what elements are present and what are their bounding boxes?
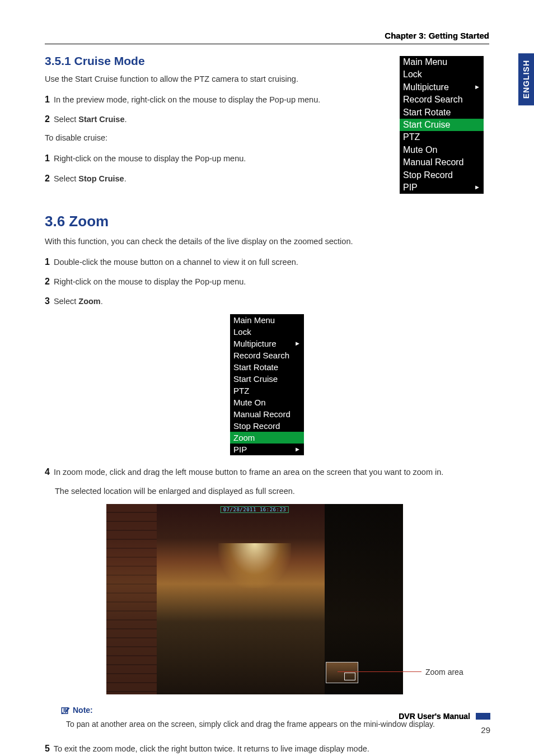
step-text: Select <box>54 297 78 306</box>
zoom-step-2: 2 Right-click on the mouse to display th… <box>45 275 489 288</box>
menu-item: Zoom <box>230 432 304 444</box>
menu-item: Record Search <box>230 349 304 361</box>
submenu-arrow-icon: ► <box>294 339 301 348</box>
zoom-area-label: Zoom area <box>425 668 463 676</box>
step-number: 4 <box>45 467 50 477</box>
menu-item: Mute On <box>400 144 484 156</box>
popup-menu-zoom: Main MenuLockMultipicture►Record SearchS… <box>230 314 304 455</box>
menu-item: Mute On <box>230 396 304 408</box>
bold-term: Start Cruise <box>78 115 124 124</box>
step-text: Double-click the mouse button on a chann… <box>54 258 298 267</box>
page-number: 29 <box>45 725 490 735</box>
menu-item: Main Menu <box>230 314 304 326</box>
brick-wall-graphic <box>106 504 157 694</box>
bold-term: Stop Cruise <box>78 174 124 183</box>
menu-item: PTZ <box>230 385 304 396</box>
step-text: Right-click on the mouse to display the … <box>54 154 246 163</box>
page-footer: DVR User's Manual 29 <box>45 713 490 735</box>
cruise-intro: Use the Start Cruise function to allow t… <box>45 73 375 85</box>
submenu-arrow-icon: ► <box>474 83 480 91</box>
menu-item: Stop Record <box>230 420 304 432</box>
step-text: Right-click on the mouse to display the … <box>54 277 246 286</box>
step-text: In zoom mode, click and drag the left mo… <box>54 468 443 477</box>
lamp-light-graphic <box>218 543 291 588</box>
menu-item: PTZ <box>400 131 484 143</box>
submenu-arrow-icon: ► <box>474 183 480 192</box>
menu-item: PIP► <box>400 181 484 194</box>
menu-item: Manual Record <box>400 156 484 169</box>
menu-item: Stop Record <box>400 169 484 181</box>
menu-item: Multipicture► <box>230 338 304 349</box>
zoom-step-3: 3 Select Zoom. <box>45 295 489 307</box>
chapter-header: Chapter 3: Getting Started <box>45 31 489 44</box>
heading-3-6: 3.6 Zoom <box>45 213 489 230</box>
menu-item: Lock <box>230 326 304 338</box>
zoom-step-1: 1 Double-click the mouse button on a cha… <box>45 255 489 268</box>
menu-item: Lock <box>400 68 484 81</box>
mini-window <box>326 662 358 683</box>
disable-intro: To disable cruise: <box>45 132 375 144</box>
zoom-step-5: 5 To exit the zoom mode, click the right… <box>45 742 489 755</box>
menu-item: Start Cruise <box>230 373 304 385</box>
menu-item: Start Rotate <box>230 361 304 373</box>
callout-line <box>338 671 421 672</box>
zoom-screenshot: 07/28/2011 16:26:23 <box>106 504 403 694</box>
disable-step-1: 1 Right-click on the mouse to display th… <box>45 152 375 165</box>
step-number: 2 <box>45 174 50 183</box>
manual-title: DVR User's Manual <box>45 713 490 720</box>
timestamp-overlay: 07/28/2011 16:26:23 <box>221 506 289 513</box>
menu-item: Record Search <box>400 94 484 106</box>
step-text: . <box>124 174 127 183</box>
step-number: 1 <box>45 153 50 163</box>
menu-item: Multipicture► <box>400 81 484 94</box>
step-text: . <box>124 115 127 124</box>
disable-step-2: 2 Select Stop Cruise. <box>45 172 375 185</box>
zoom-step-4b: The selected location will be enlarged a… <box>45 486 489 497</box>
menu-item: PIP► <box>230 444 304 455</box>
bold-term: Zoom <box>78 297 100 306</box>
step-text: . <box>101 297 103 306</box>
menu-item: Start Rotate <box>400 106 484 119</box>
menu-item: Manual Record <box>230 408 304 420</box>
cruise-step-1: 1 In the preview mode, right-click on th… <box>45 93 375 106</box>
submenu-arrow-icon: ► <box>294 445 301 454</box>
step-number: 5 <box>45 744 50 753</box>
step-text: Select <box>54 115 78 124</box>
language-tab: ENGLISH <box>518 53 534 105</box>
popup-menu-cruise: Main MenuLockMultipicture►Record SearchS… <box>400 56 484 194</box>
step-number: 1 <box>45 257 50 267</box>
step-text: To exit the zoom mode, click the right b… <box>54 744 369 753</box>
cruise-step-2: 2 Select Start Cruise. <box>45 113 375 125</box>
step-text: Select <box>54 174 78 183</box>
menu-item: Main Menu <box>400 56 484 68</box>
step-number: 2 <box>45 114 50 124</box>
step-text: In the preview mode, right-click on the … <box>54 95 320 104</box>
zoom-step-4: 4 In zoom mode, click and drag the left … <box>45 465 489 478</box>
zoom-intro: With this function, you can check the de… <box>45 236 489 248</box>
menu-item: Start Cruise <box>400 119 484 131</box>
step-number: 2 <box>45 277 50 286</box>
step-number: 1 <box>45 95 50 104</box>
heading-3-5-1: 3.5.1 Cruise Mode <box>45 54 375 68</box>
step-number: 3 <box>45 296 50 306</box>
